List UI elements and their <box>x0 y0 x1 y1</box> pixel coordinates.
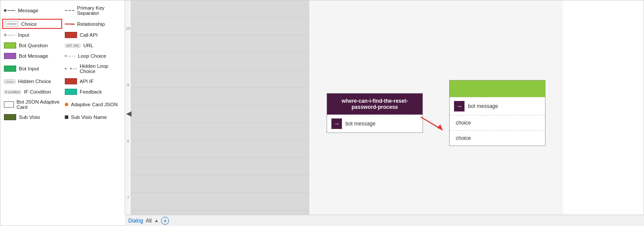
diagram-panel: where-can-i-find-the-reset-password-proc… <box>309 0 563 226</box>
sidebar-label-if-condition: IF Condition <box>24 89 51 94</box>
node-header-green <box>450 80 545 97</box>
arrow-button-right[interactable]: → <box>454 101 465 111</box>
relationship-icon: — <box>65 24 74 24</box>
tab-bar: Dialog All ▲ + <box>125 215 644 226</box>
sidebar-label-url: URL <box>83 43 93 48</box>
node-choice-bot-message-row: → bot message <box>450 97 545 115</box>
sidebar-label-call-api: Call API <box>80 32 98 38</box>
sidebar-label-sub-visio: Sub Visio <box>19 115 40 120</box>
tab-dialog[interactable]: Dialog <box>128 218 143 224</box>
chevron-up-icon: ▲ <box>154 218 158 223</box>
url-icon: GET URL <box>65 44 81 48</box>
message-icon <box>4 9 15 12</box>
sub-visio-icon <box>4 114 16 120</box>
add-icon: + <box>163 218 167 224</box>
sidebar-label-hidden-choice: Hidden Choice <box>18 79 51 84</box>
node-header-purple: where-can-i-find-the-reset-password-proc… <box>327 94 422 115</box>
sidebar-label-sub-visio-name: Sub Visio Name <box>71 115 107 120</box>
call-api-icon <box>65 32 77 38</box>
sidebar-item-if-condition[interactable]: if condition IF Condition <box>2 87 62 96</box>
if-condition-icon: if condition <box>4 90 21 94</box>
sidebar-label-bot-question: Bot Question <box>19 43 48 48</box>
scroll-left-arrow[interactable]: ◀ <box>126 109 131 117</box>
choice-label-1: choice <box>456 120 471 126</box>
sidebar: Message Primary Key Separator choice Cho… <box>0 0 125 226</box>
sidebar-item-bot-input[interactable]: Bot Input <box>2 62 62 75</box>
node-choice-right[interactable]: → bot message choice choice <box>449 80 545 146</box>
tab-all[interactable]: All <box>146 218 151 224</box>
sidebar-item-bot-question[interactable]: Bot Question <box>2 41 62 50</box>
adaptive-card-json-icon <box>65 103 68 106</box>
node-bot-message-left[interactable]: where-can-i-find-the-reset-password-proc… <box>327 93 423 133</box>
sidebar-item-sub-visio-name[interactable]: Sub Visio Name <box>63 113 123 122</box>
feedback-icon <box>65 89 77 95</box>
sidebar-label-hidden-loop-choice: Hidden Loop Choice <box>80 63 121 74</box>
node-choice-row-2: choice <box>450 130 545 146</box>
sidebar-item-relationship[interactable]: — Relationship <box>63 19 123 29</box>
sidebar-item-call-api[interactable]: Call API <box>63 31 123 39</box>
sidebar-label-input: Input <box>18 32 29 38</box>
sidebar-label-adaptive-card-json: Adaptive Card JSON <box>71 102 118 107</box>
arrow-button-left[interactable]: → <box>331 118 342 129</box>
sidebar-item-bot-message[interactable]: Bot Message <box>2 52 62 60</box>
choice-label-2: choice <box>456 135 471 141</box>
bot-message-label-left: bot message <box>345 121 376 127</box>
red-arrow <box>419 111 454 138</box>
svg-marker-1 <box>437 125 443 130</box>
choice-icon: choice <box>5 21 18 27</box>
hidden-choice-icon: choice <box>4 80 15 83</box>
sidebar-item-feedback[interactable]: Feedback <box>63 87 123 96</box>
sidebar-label-bot-json: Bot JSON Adaptive Card <box>17 99 60 110</box>
bot-message-icon <box>4 53 16 59</box>
sidebar-item-hidden-loop-choice[interactable]: Hidden Loop Choice <box>63 62 123 75</box>
primary-key-separator-icon <box>65 10 74 11</box>
sidebar-label-loop-choice: Loop Choice <box>78 53 106 59</box>
arrow-icon-right: → <box>456 103 462 110</box>
node-choice-row-1: choice <box>450 115 545 130</box>
sidebar-item-input[interactable]: Input <box>2 31 62 39</box>
node-header-text: where-can-i-find-the-reset-password-proc… <box>341 98 408 110</box>
sidebar-item-loop-choice[interactable]: Loop Choice <box>63 52 123 60</box>
sidebar-label-choice: Choice <box>21 21 37 27</box>
sidebar-item-choice[interactable]: choice Choice <box>2 19 62 29</box>
bot-json-icon <box>4 101 14 108</box>
tab-add-button[interactable]: + <box>161 217 169 225</box>
sidebar-label-bot-message: Bot Message <box>19 53 48 59</box>
sidebar-item-hidden-choice[interactable]: choice Hidden Choice <box>2 77 62 86</box>
bot-input-icon <box>4 66 16 72</box>
bot-question-icon <box>4 42 16 49</box>
arrow-icon-left: → <box>334 120 340 127</box>
sidebar-label-api-if: API IF <box>80 79 94 84</box>
canvas-area[interactable]: 10 9 8 7 ◀ <box>125 0 309 226</box>
sidebar-label-message: Message <box>18 8 39 13</box>
hidden-loop-choice-icon <box>65 68 77 70</box>
api-if-icon <box>65 78 77 84</box>
sidebar-label-relationship: Relationship <box>77 21 105 27</box>
node-bot-message-row: → bot message <box>327 115 422 132</box>
sidebar-item-message[interactable]: Message <box>2 4 62 17</box>
canvas-content[interactable] <box>131 0 309 217</box>
sidebar-item-bot-json[interactable]: Bot JSON Adaptive Card <box>2 98 62 111</box>
loop-choice-icon <box>65 55 75 57</box>
input-icon <box>4 34 15 36</box>
sidebar-item-api-if[interactable]: API IF <box>63 77 123 86</box>
sidebar-label-primary-key-separator: Primary Key Separator <box>77 5 121 16</box>
main-container: Message Primary Key Separator choice Cho… <box>0 0 644 226</box>
sidebar-label-bot-input: Bot Input <box>19 66 39 71</box>
sidebar-item-sub-visio[interactable]: Sub Visio <box>2 113 62 122</box>
sub-visio-name-icon <box>65 115 68 119</box>
sidebar-item-url[interactable]: GET URL URL <box>63 41 123 50</box>
sidebar-label-feedback: Feedback <box>80 89 102 94</box>
bot-message-label-right: bot message <box>468 103 498 109</box>
sidebar-item-primary-key-separator[interactable]: Primary Key Separator <box>63 4 123 17</box>
sidebar-item-adaptive-card-json[interactable]: Adaptive Card JSON <box>63 98 123 111</box>
